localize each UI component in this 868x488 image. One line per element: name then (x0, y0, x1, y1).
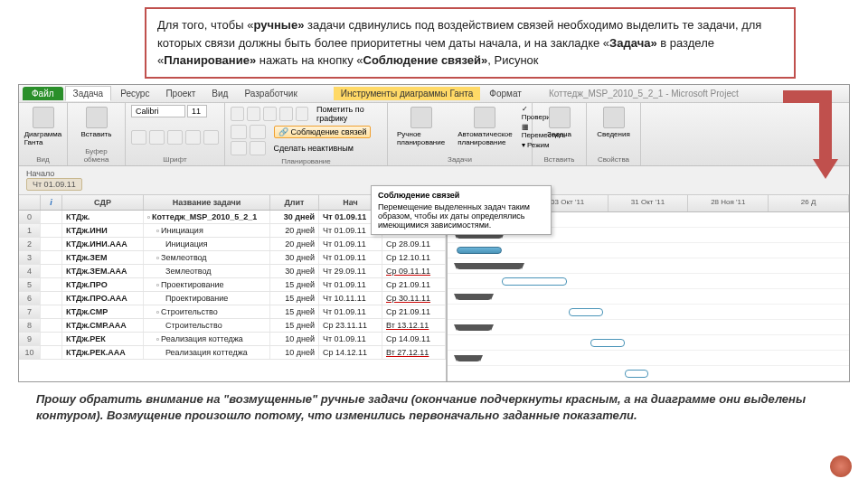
respect-links-tooltip: Соблюдение связей Перемещение выделенных… (371, 185, 552, 235)
underline-button[interactable] (167, 130, 183, 145)
task-icon (549, 107, 571, 128)
gantt-row (448, 351, 849, 366)
table-row[interactable]: 2КТДж.ИНИ.АААИнициация20 днейЧт 01.09.11… (19, 238, 446, 251)
gantt-bar[interactable] (457, 263, 522, 269)
footer-note: Прошу обратить внимание на "возмущенные"… (0, 382, 868, 430)
table-row[interactable]: 5КТДж.ПРОПроектирование15 днейЧт 01.09.1… (19, 278, 446, 292)
bg-color-button[interactable] (185, 130, 201, 145)
gantt-row (448, 320, 849, 335)
bold-button[interactable] (131, 130, 146, 145)
manual-schedule-button[interactable]: Ручное планирование (393, 105, 448, 149)
mark-on-track-button[interactable]: Пометить по графику (316, 105, 382, 123)
page-badge (830, 455, 852, 477)
gantt-bar[interactable] (457, 324, 491, 331)
italic-button[interactable] (149, 130, 165, 145)
gantt-icon (33, 107, 54, 128)
new-task-button[interactable]: Задача (538, 105, 580, 140)
auto-icon (474, 107, 495, 128)
msproject-window: Файл Задача Ресурс Проект Вид Разработчи… (18, 84, 850, 382)
gantt-row (448, 366, 849, 381)
col-cdp[interactable]: СДР (62, 195, 144, 210)
font-color-button[interactable] (203, 130, 219, 145)
gantt-row (448, 274, 849, 289)
unlink-icon[interactable] (250, 125, 266, 139)
link-icon[interactable] (231, 125, 247, 139)
table-row[interactable]: 4КТДж.ЗЕМ.АААЗемлеотвод30 днейЧт 29.09.1… (19, 265, 446, 278)
gantt-view-button[interactable]: Диаграмма Ганта (24, 105, 61, 148)
ribbon-tab-strip: Файл Задача Ресурс Проект Вид Разработчи… (19, 85, 849, 103)
timeline-start-date: Чт 01.09.11 (26, 178, 82, 191)
gantt-date-header: 26 Д (769, 195, 849, 211)
info-icon (603, 107, 625, 128)
table-row[interactable]: 10КТДж.РЕК.АААРеализация коттеджа10 дней… (19, 346, 446, 360)
respect-links-button[interactable]: 🔗Соблюдение связей (274, 126, 372, 138)
gantt-row (448, 305, 849, 320)
paste-button[interactable]: Вставить (73, 105, 119, 140)
chain-icon: 🔗 (278, 127, 288, 136)
gantt-bar[interactable] (590, 339, 625, 347)
tab-view[interactable]: Вид (204, 87, 235, 100)
table-row[interactable]: 3КТДж.ЗЕМЗемлеотвод30 днейЧт 01.09.11Ср … (19, 251, 446, 265)
font-name-select[interactable]: Calibri (131, 105, 185, 117)
progress-0-icon[interactable] (231, 107, 244, 121)
context-tab-gantt: Инструменты диаграммы Ганта (334, 87, 481, 100)
gantt-bar[interactable] (569, 308, 603, 316)
tab-task[interactable]: Задача (65, 86, 112, 101)
col-name[interactable]: Название задачи (144, 195, 270, 210)
tab-developer[interactable]: Разработчик (237, 87, 304, 100)
deactivate-button[interactable]: Сделать неактивным (274, 144, 354, 153)
gantt-date-header: 31 Окт '11 (609, 195, 689, 211)
file-tab[interactable]: Файл (23, 87, 63, 100)
table-row[interactable]: 8КТДж.СМР.АААСтроительство15 днейСр 23.1… (19, 319, 446, 333)
ribbon: Диаграмма Ганта Вид Вставить Буфер обмен… (19, 103, 849, 166)
instruction-callout: Для того, чтобы «ручные» задачи сдвинули… (145, 7, 796, 79)
col-info[interactable]: i (41, 195, 62, 210)
table-row[interactable]: 7КТДж.СМРСтроительство15 днейЧт 01.09.11… (19, 305, 446, 319)
gantt-bar[interactable] (457, 294, 491, 300)
gantt-row (448, 335, 849, 351)
auto-schedule-button[interactable]: Автоматическое планирование (454, 105, 515, 149)
gantt-bar[interactable] (625, 370, 648, 378)
tab-resource[interactable]: Ресурс (113, 87, 156, 100)
col-duration[interactable]: Длит (270, 195, 319, 210)
gantt-row (448, 243, 849, 258)
table-row[interactable]: 6КТДж.ПРО.АААПроектирование15 днейЧт 10.… (19, 292, 446, 305)
gantt-bar[interactable] (502, 277, 567, 286)
gantt-row (448, 258, 849, 274)
info-button[interactable]: Сведения (592, 105, 635, 140)
window-title: Коттедж_MSP_2010_5_2_1 - Microsoft Proje… (549, 89, 739, 99)
gantt-bar[interactable] (457, 355, 480, 361)
gantt-row (448, 289, 849, 305)
table-row[interactable]: 9КТДж.РЕКРеализация коттеджа10 днейЧт 01… (19, 333, 446, 346)
gantt-bar[interactable] (457, 247, 502, 254)
font-size-select[interactable]: 11 (187, 105, 207, 117)
tab-project[interactable]: Проект (158, 87, 203, 100)
pushpin-icon (410, 107, 432, 128)
gantt-date-header: 28 Ноя '11 (688, 195, 769, 211)
arrow-annotation (796, 90, 832, 181)
clipboard-icon (86, 107, 108, 128)
tab-format[interactable]: Формат (482, 87, 529, 100)
